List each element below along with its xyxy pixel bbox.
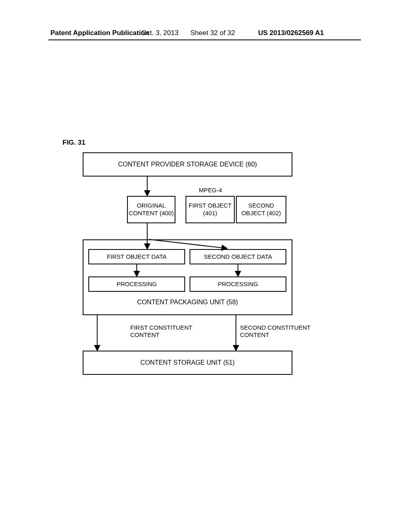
header-source: Patent Application Publication	[50, 29, 149, 37]
header-sheet: Sheet 32 of 32	[190, 29, 235, 37]
diagram: CONTENT PROVIDER STORAGE DEVICE (60) MPE…	[83, 152, 292, 426]
svg-line-2	[149, 239, 226, 248]
diagram-connectors	[83, 152, 292, 426]
figure-label: FIG. 31	[63, 139, 86, 147]
header-date: Oct. 3, 2013	[141, 29, 179, 37]
header-pubnum: US 2013/0262569 A1	[258, 29, 324, 37]
page: Patent Application Publication Oct. 3, 2…	[0, 0, 413, 532]
header-rule	[48, 39, 361, 40]
